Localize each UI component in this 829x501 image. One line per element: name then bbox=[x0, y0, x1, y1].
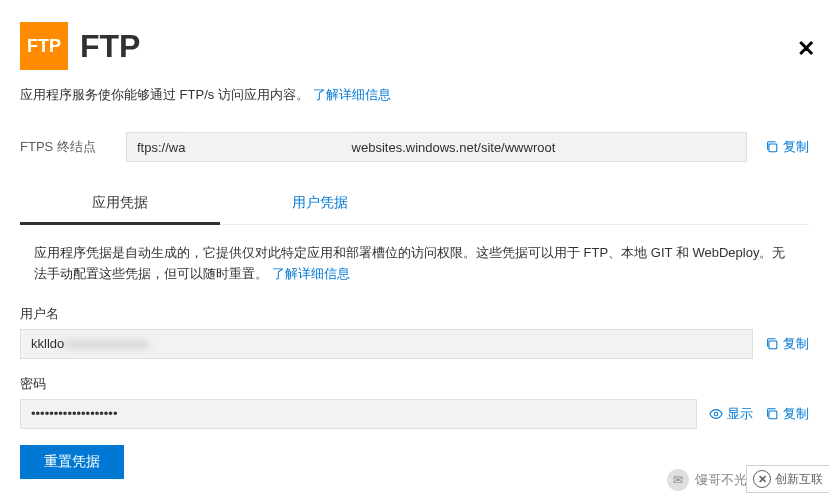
brand-x-icon: ✕ bbox=[753, 470, 771, 488]
reset-credentials-button[interactable]: 重置凭据 bbox=[20, 445, 124, 479]
subtitle-text: 应用程序服务使你能够通过 FTP/s 访问应用内容。 了解详细信息 bbox=[0, 78, 829, 120]
ftp-logo-icon: FTP bbox=[20, 22, 68, 70]
copy-username-button[interactable]: 复制 bbox=[765, 335, 809, 353]
wechat-icon: ✉ bbox=[667, 469, 689, 491]
close-button[interactable]: ✕ bbox=[797, 36, 815, 62]
masked-region bbox=[188, 134, 348, 160]
brand-badge: ✕ 创新互联 bbox=[746, 465, 829, 493]
svg-rect-3 bbox=[769, 411, 777, 419]
svg-point-2 bbox=[714, 412, 718, 416]
tab-user-credentials[interactable]: 用户凭据 bbox=[220, 184, 420, 224]
copy-endpoint-button[interactable]: 复制 bbox=[765, 138, 809, 156]
eye-icon bbox=[709, 407, 723, 421]
username-input[interactable]: kklldoxxxxxxxxxxxxx bbox=[20, 329, 753, 359]
page-title: FTP bbox=[80, 28, 140, 65]
ftps-endpoint-label: FTPS 终结点 bbox=[20, 138, 108, 156]
password-label: 密码 bbox=[0, 361, 829, 397]
learn-more-credentials-link[interactable]: 了解详细信息 bbox=[272, 266, 350, 281]
username-label: 用户名 bbox=[0, 291, 829, 327]
svg-rect-0 bbox=[769, 144, 777, 152]
svg-rect-1 bbox=[769, 341, 777, 349]
copy-password-button[interactable]: 复制 bbox=[765, 405, 809, 423]
copy-icon bbox=[765, 140, 779, 154]
password-input[interactable] bbox=[20, 399, 697, 429]
learn-more-link[interactable]: 了解详细信息 bbox=[313, 87, 391, 102]
tab-description: 应用程序凭据是自动生成的，它提供仅对此特定应用和部署槽位的访问权限。这些凭据可以… bbox=[0, 225, 829, 291]
copy-icon bbox=[765, 407, 779, 421]
credentials-tabs: 应用凭据 用户凭据 bbox=[20, 184, 809, 225]
show-password-button[interactable]: 显示 bbox=[709, 405, 753, 423]
tab-app-credentials[interactable]: 应用凭据 bbox=[20, 184, 220, 224]
copy-icon bbox=[765, 337, 779, 351]
